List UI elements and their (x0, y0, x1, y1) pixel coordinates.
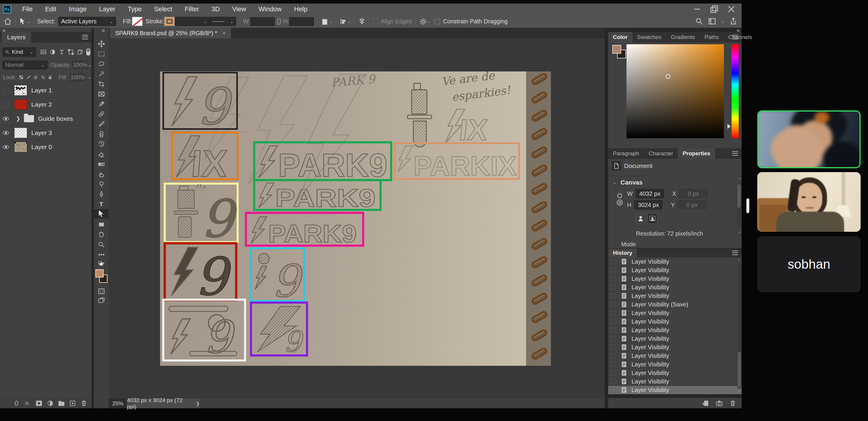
lock-transparency-icon[interactable] (19, 74, 23, 81)
move-tool-icon[interactable] (96, 39, 106, 49)
layer-thumbnail[interactable] (14, 85, 27, 96)
tool-preset-chevron-icon[interactable]: ⌄ (27, 19, 30, 24)
foreground-color-swatch[interactable] (95, 269, 104, 277)
restore-button[interactable] (709, 5, 719, 13)
layer-row-2[interactable]: Layer 2 (0, 97, 92, 112)
frame-tool-icon[interactable] (96, 89, 106, 99)
canvas-image[interactable]: PARK 9 Ve are de esparkies! (160, 71, 551, 366)
path-select-tool-icon[interactable] (94, 209, 108, 218)
hand-tool-icon[interactable] (96, 230, 106, 239)
new-snapshot-icon[interactable] (716, 400, 723, 407)
layer-row-group[interactable]: ❯ Guide boxes (0, 112, 92, 126)
layer-row-3[interactable]: Layer 3 (0, 126, 92, 140)
menu-window[interactable]: Window (252, 5, 288, 13)
close-document-icon[interactable]: × (223, 30, 226, 36)
workspace-switcher-icon[interactable] (708, 17, 716, 25)
video-tile-camera-off[interactable]: sobhan (757, 236, 861, 292)
clone-stamp-tool-icon[interactable] (96, 129, 106, 139)
layer-thumbnail[interactable] (14, 142, 27, 152)
history-step-selected[interactable]: Layer Visibility (608, 386, 742, 394)
menu-image[interactable]: Image (62, 5, 93, 13)
type-tool-icon[interactable]: T (96, 200, 106, 209)
history-step[interactable]: Layer Visibility (608, 266, 742, 275)
landscape-orientation-button[interactable] (648, 213, 657, 224)
layer-name[interactable]: Layer 1 (31, 87, 52, 94)
canvas-section-header[interactable]: ⌄ Canvas (613, 179, 643, 186)
marquee-tool-icon[interactable] (96, 49, 106, 58)
layer-row-0[interactable]: Layer 0 (0, 140, 92, 154)
new-document-from-state-icon[interactable] (702, 400, 709, 407)
close-button[interactable] (726, 5, 736, 13)
select-mode-dropdown[interactable]: Active Layers ⌄ (58, 17, 116, 26)
filter-adjustment-layers-icon[interactable] (49, 49, 56, 55)
history-step[interactable]: Layer Visibility (608, 309, 742, 318)
scroll-down-icon[interactable]: ⌄ (737, 229, 741, 234)
history-step[interactable]: Layer Visibility (608, 275, 742, 283)
properties-scrollbar[interactable] (737, 184, 741, 228)
tab-history[interactable]: History (608, 248, 637, 258)
photoshop-logo-icon[interactable]: Ps (3, 5, 11, 13)
tab-paragraph[interactable]: Paragraph (608, 148, 644, 159)
layer-thumbnail[interactable] (14, 127, 27, 138)
tab-paths[interactable]: Paths (700, 32, 724, 42)
layer-mask-icon[interactable] (35, 400, 42, 407)
scroll-up-icon[interactable]: ⌃ (737, 177, 741, 182)
saturation-brightness-field[interactable] (626, 44, 724, 138)
visibility-toggle[interactable] (0, 126, 12, 140)
lock-position-icon[interactable] (33, 74, 38, 81)
menu-edit[interactable]: Edit (39, 5, 62, 13)
new-layer-icon[interactable] (69, 400, 76, 407)
quick-mask-icon[interactable] (96, 287, 106, 296)
history-step[interactable]: Layer Visibility (608, 334, 742, 343)
canvas-width-field[interactable]: 4032 px (636, 189, 664, 199)
stroke-swatch[interactable] (164, 17, 175, 26)
gradient-tool-icon[interactable] (96, 159, 106, 169)
adjustment-layer-icon[interactable] (46, 400, 54, 407)
menu-layer[interactable]: Layer (93, 5, 122, 13)
minimize-button[interactable] (692, 5, 702, 13)
swap-colors-icon[interactable] (96, 261, 106, 268)
new-group-icon[interactable] (58, 400, 65, 407)
zoom-tool-icon[interactable] (96, 240, 106, 249)
menu-type[interactable]: Type (122, 5, 148, 13)
history-brush-tool-icon[interactable] (96, 139, 106, 149)
crop-tool-icon[interactable] (96, 79, 106, 89)
dodge-tool-icon[interactable] (96, 180, 106, 189)
document-info[interactable]: 4032 px x 3024 px (72 ppi) ❯ (127, 398, 199, 408)
menu-3d[interactable]: 3D (205, 5, 226, 13)
collapse-tools-panel[interactable]: » (101, 27, 105, 34)
menu-filter[interactable]: Filter (178, 5, 205, 13)
path-operations-icon[interactable] (321, 18, 329, 26)
hue-slider-pointer[interactable] (727, 124, 731, 129)
tool-preset-icon[interactable] (19, 18, 27, 26)
magic-wand-tool-icon[interactable] (96, 69, 106, 79)
healing-brush-tool-icon[interactable] (96, 109, 106, 119)
more-tools-icon[interactable] (96, 250, 106, 259)
smudge-tool-icon[interactable] (96, 170, 106, 179)
lasso-tool-icon[interactable] (96, 59, 106, 68)
visibility-toggle[interactable] (0, 97, 12, 111)
visibility-toggle[interactable] (0, 83, 12, 97)
foreground-color-swatch[interactable] (612, 45, 621, 54)
share-icon[interactable] (729, 17, 738, 25)
tab-properties[interactable]: Properties (678, 148, 715, 159)
layer-name[interactable]: Layer 2 (31, 101, 52, 108)
delete-state-icon[interactable] (729, 400, 736, 407)
filter-shape-layers-icon[interactable] (68, 49, 74, 55)
history-step[interactable]: Layer Visibility (608, 326, 742, 334)
history-step[interactable]: Layer Visibility (608, 360, 742, 369)
history-step[interactable]: Layer Visibility (608, 377, 742, 386)
fill-swatch[interactable] (132, 17, 143, 26)
visibility-toggle[interactable] (0, 112, 12, 125)
participants-scrollbar[interactable] (746, 199, 749, 213)
tab-swatches[interactable]: Swatches (632, 32, 666, 42)
history-step[interactable]: Layer Visibility (608, 369, 742, 377)
tab-layers[interactable]: Layers (2, 32, 31, 42)
zoom-level-field[interactable]: 25% (108, 398, 127, 408)
properties-panel-menu-icon[interactable] (732, 151, 738, 156)
menu-view[interactable]: View (226, 5, 252, 13)
layer-thumbnail[interactable] (14, 99, 27, 110)
path-alignment-icon[interactable] (339, 18, 347, 26)
eraser-tool-icon[interactable] (96, 149, 106, 159)
layer-row-1[interactable]: Layer 1 (0, 83, 92, 97)
